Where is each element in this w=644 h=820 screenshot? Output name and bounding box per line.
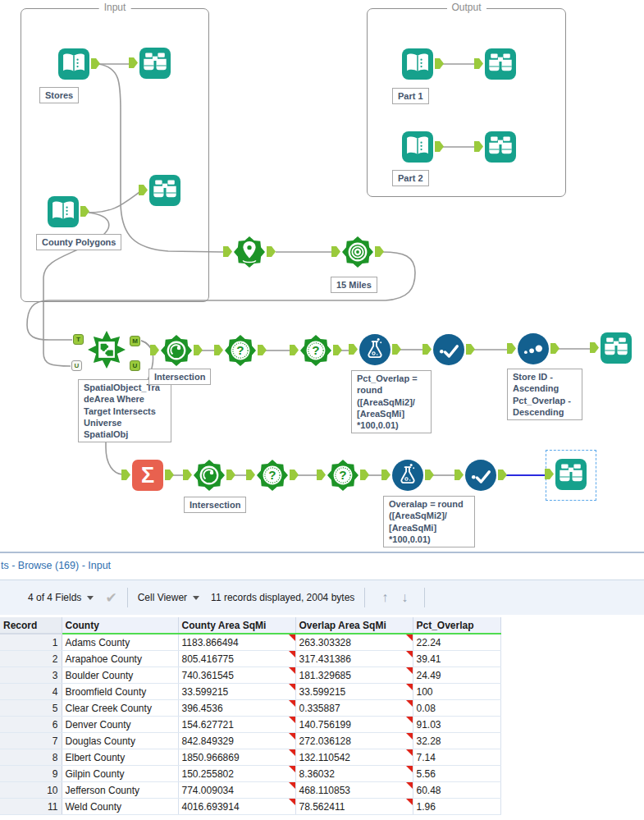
up-arrow-button[interactable]: ↑ [381,590,388,605]
input-tool-part1[interactable] [402,48,433,80]
cell-record[interactable]: 3 [0,667,62,684]
cell-county[interactable]: Denver County [62,717,178,733]
annotation-part2[interactable]: Part 2 [392,170,429,186]
spatial-question-tool-3[interactable] [257,460,288,491]
browse-tool-result-1[interactable] [601,332,632,364]
cell-pct-overlap[interactable]: 32.28 [413,733,500,749]
cell-overlap-area[interactable]: 263.303328 [295,634,413,651]
cell-pct-overlap[interactable]: 22.24 [413,634,500,651]
select-tool-1[interactable] [433,334,464,365]
cell-county-area[interactable]: 842.849329 [178,733,295,749]
annotation-formula-2[interactable]: Overalap = round ([AreaSqMi2]/ [AreaSqMi… [383,496,475,547]
cell-county[interactable]: Boulder County [62,667,178,684]
cell-record[interactable]: 10 [0,782,62,799]
cell-overlap-area[interactable]: 8.36032 [295,766,413,782]
column-header-overlap-area[interactable]: Overlap Area SqMi [295,617,413,634]
spatial-question-tool-1[interactable] [225,335,256,366]
browse-tool-part2[interactable] [485,131,516,163]
anchor-target[interactable]: T [73,334,84,345]
cell-pct-overlap[interactable]: 5.56 [413,766,500,782]
create-points-tool[interactable] [234,236,265,268]
input-tool-county-polygons[interactable] [48,196,79,227]
cell-record[interactable]: 7 [0,733,62,749]
cell-record[interactable]: 11 [0,799,62,815]
cell-county[interactable]: Weld County [62,799,178,815]
cell-county[interactable]: Arapahoe County [62,651,178,667]
cell-county-area[interactable]: 740.361545 [178,667,295,684]
anchor-universe-in[interactable]: U [71,360,82,371]
annotation-part1[interactable]: Part 1 [392,88,429,104]
formula-tool-1[interactable] [359,334,391,365]
column-header-record[interactable]: Record [0,617,62,634]
cell-pct-overlap[interactable]: 91.03 [413,717,500,733]
cell-county-area[interactable]: 33.599215 [178,684,295,700]
browse-tool-part1[interactable] [485,48,516,80]
cell-record[interactable]: 8 [0,749,62,766]
cell-pct-overlap[interactable]: 0.08 [413,700,500,717]
annotation-spatial-match[interactable]: SpatialObject_Tra deArea Where Target In… [78,379,171,442]
table-row[interactable]: 11Weld County4016.69391478.5624111.96 [0,799,500,815]
annotation-trade-area[interactable]: 15 Miles [331,277,377,293]
anchor-matched-out[interactable]: M [130,336,140,346]
browse-tool-result-2-selected[interactable] [555,459,587,490]
cell-county[interactable]: Broomfield County [62,684,178,700]
cell-pct-overlap[interactable]: 7.14 [413,749,500,766]
cell-record[interactable]: 6 [0,717,62,733]
cell-record[interactable]: 5 [0,700,62,717]
apply-check-icon[interactable]: ✔ [105,589,116,607]
input-tool-part2[interactable] [402,131,433,163]
cell-county[interactable]: Clear Creek County [62,700,178,717]
browse-tool-county[interactable] [149,175,180,206]
cell-record[interactable]: 2 [0,651,62,667]
annotation-formula-1[interactable]: Pct_Overlap = round ([AreaSqMi2]/ [AreaS… [351,370,432,433]
select-tool-2[interactable] [465,460,496,491]
input-tool-stores[interactable] [58,48,89,80]
table-row[interactable]: 4Broomfield County33.59921533.599215100 [0,684,500,700]
cell-overlap-area[interactable]: 0.335887 [295,700,413,717]
browse-tool-stores[interactable] [139,48,171,79]
cell-county-area[interactable]: 1850.966869 [178,749,295,766]
down-arrow-button[interactable]: ↓ [401,590,408,605]
cell-county-area[interactable]: 154.627721 [178,717,295,733]
cell-record[interactable]: 4 [0,684,62,700]
cell-county[interactable]: Elbert County [62,749,178,766]
cell-county[interactable]: Gilpin County [62,766,178,782]
annotation-sort[interactable]: Store ID - Ascending Pct_Overlap - Desce… [507,369,582,420]
column-header-county-area[interactable]: County Area SqMi [178,617,295,634]
cell-record[interactable]: 1 [0,634,62,651]
table-row[interactable]: 2Arapahoe County805.416775317.43138639.4… [0,651,500,667]
trade-area-tool[interactable] [342,236,373,268]
table-row[interactable]: 5Clear Creek County396.45360.3358870.08 [0,700,500,717]
summarize-tool[interactable]: Σ [132,460,163,491]
table-row[interactable]: 6Denver County154.627721140.75619991.03 [0,717,500,733]
sort-tool[interactable] [518,333,549,364]
cell-county-area[interactable]: 4016.693914 [178,799,295,815]
spatial-question-tool-2[interactable] [300,335,331,366]
cell-county-area[interactable]: 774.009034 [178,782,295,799]
cell-overlap-area[interactable]: 181.329685 [295,667,413,684]
cell-overlap-area[interactable]: 317.431386 [295,651,413,667]
cell-county[interactable]: Douglas County [62,733,178,749]
cell-county-area[interactable]: 805.416775 [178,651,295,667]
cell-viewer-dropdown[interactable]: Cell Viewer [138,592,199,603]
column-header-pct-overlap[interactable]: Pct_Overlap [413,617,500,634]
cell-county[interactable]: Jefferson County [62,782,178,799]
cell-county-area[interactable]: 1183.866494 [178,634,295,651]
cell-pct-overlap[interactable]: 24.49 [413,667,500,684]
cell-overlap-area[interactable]: 140.756199 [295,717,413,733]
column-header-county[interactable]: County [62,617,178,634]
annotation-county-polygons[interactable]: County Polygons [36,234,121,250]
cell-overlap-area[interactable]: 468.110853 [295,782,413,799]
cell-pct-overlap[interactable]: 39.41 [413,651,500,667]
cell-county-area[interactable]: 396.4536 [178,700,295,717]
tool-container-input[interactable]: Input [21,8,209,302]
cell-county[interactable]: Adams County [62,634,178,651]
table-row[interactable]: 3Boulder County740.361545181.32968524.49 [0,667,500,684]
annotation-intersection-2[interactable]: Intersection [184,497,246,513]
cell-pct-overlap[interactable]: 1.96 [413,799,500,815]
spatial-question-tool-4[interactable] [327,460,359,491]
annotation-intersection-1[interactable]: Intersection [148,369,211,385]
results-tab-browse-link[interactable]: ts - Browse (169) - Input [1,560,111,571]
formula-tool-2[interactable] [392,460,423,491]
spatial-process-tool-1[interactable] [161,335,192,366]
